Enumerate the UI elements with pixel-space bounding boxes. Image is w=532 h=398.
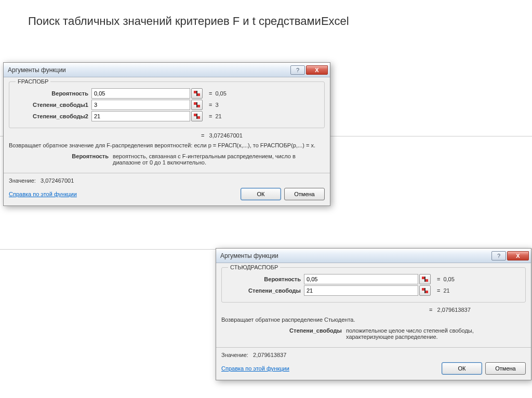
- function-name: FРАСПОБР: [16, 78, 50, 85]
- param-help-text: вероятность, связанная с F-интегральным …: [113, 153, 325, 166]
- arg-label: Степени_свободы1: [14, 102, 91, 108]
- divider: [4, 173, 330, 173]
- arg-label: Вероятность: [14, 90, 91, 97]
- result-line: = 3,072467001: [9, 132, 325, 139]
- equals-label: =: [209, 113, 212, 119]
- arg-label: Степени_свободы: [226, 287, 304, 294]
- dialog-body: СТЬЮДРАСПОБР Вероятность = 0,05 Степени_…: [216, 263, 531, 380]
- arg-eval: 0,05: [215, 90, 226, 97]
- df1-input[interactable]: [91, 100, 190, 110]
- refedit-icon: [194, 102, 200, 107]
- refedit-button[interactable]: [419, 274, 431, 284]
- help-icon[interactable]: ?: [491, 251, 506, 260]
- arguments-group: FРАСПОБР Вероятность = 0,05 Степени_своб…: [9, 81, 325, 128]
- refedit-icon: [422, 288, 428, 293]
- arg-eval: 0,05: [443, 276, 454, 282]
- close-icon[interactable]: X: [507, 251, 529, 260]
- df2-input[interactable]: [91, 111, 190, 121]
- arg-row: Вероятность = 0,05: [14, 88, 320, 99]
- titlebar[interactable]: Аргументы функции ? X: [216, 249, 531, 263]
- result-value: 2,079613837: [253, 352, 286, 358]
- refedit-button[interactable]: [191, 111, 203, 121]
- function-arguments-dialog-f: Аргументы функции ? X FРАСПОБР Вероятнос…: [3, 62, 330, 206]
- arg-label: Степени_свободы2: [14, 113, 91, 119]
- equals-label: =: [209, 102, 212, 108]
- help-link[interactable]: Справка по этой функции: [221, 365, 289, 372]
- probability-input[interactable]: [304, 274, 418, 284]
- titlebar-title: Аргументы функции: [8, 66, 289, 74]
- arg-eval: 21: [443, 287, 449, 294]
- titlebar-title: Аргументы функции: [220, 252, 490, 259]
- probability-input[interactable]: [91, 88, 190, 99]
- arg-row: Степени_свободы2 = 21: [14, 111, 320, 121]
- refedit-button[interactable]: [419, 285, 431, 296]
- arg-eval: 3: [215, 102, 218, 108]
- param-help-text: положительное целое число степеней свобо…: [346, 327, 526, 340]
- arg-row: Вероятность = 0,05: [226, 274, 521, 284]
- cancel-button[interactable]: Отмена: [284, 188, 325, 200]
- divider: [216, 347, 531, 348]
- equals-label: =: [209, 90, 212, 97]
- bottom-row: Справка по этой функции ОК Отмена: [9, 188, 325, 200]
- result-line: = 2,079613837: [221, 307, 526, 313]
- parameter-help: Степени_свободы положительное целое числ…: [221, 327, 526, 340]
- refedit-icon: [422, 277, 428, 282]
- dialog-body: FРАСПОБР Вероятность = 0,05 Степени_своб…: [4, 77, 330, 205]
- parameter-help: Вероятность вероятность, связанная с F-и…: [9, 153, 325, 166]
- arg-row: Степени_свободы = 21: [226, 285, 521, 296]
- value-label: Значение:: [9, 177, 36, 184]
- arguments-group: СТЬЮДРАСПОБР Вероятность = 0,05 Степени_…: [221, 267, 526, 303]
- function-description: Возвращает обратное распределение Стьюде…: [221, 316, 526, 323]
- function-name: СТЬЮДРАСПОБР: [228, 264, 280, 270]
- equals-label: =: [201, 132, 204, 139]
- bottom-row: Справка по этой функции ОК Отмена: [221, 362, 526, 375]
- function-description: Возвращает обратное значение для F-распр…: [9, 142, 325, 149]
- inline-result: 3,072467001: [209, 132, 243, 139]
- close-icon[interactable]: X: [306, 65, 328, 75]
- equals-label: =: [429, 307, 432, 313]
- refedit-button[interactable]: [191, 88, 203, 99]
- help-icon[interactable]: ?: [290, 65, 305, 75]
- help-link[interactable]: Справка по этой функции: [9, 191, 77, 197]
- arg-eval: 21: [215, 113, 221, 119]
- page-title: Поиск табличных значений критериев F и t…: [28, 15, 349, 28]
- result-value-row: Значение: 3,072467001: [9, 177, 325, 184]
- param-help-label: Вероятность: [9, 153, 113, 166]
- ok-button[interactable]: ОК: [442, 362, 482, 375]
- param-help-label: Степени_свободы: [221, 327, 346, 340]
- refedit-icon: [194, 91, 200, 96]
- titlebar[interactable]: Аргументы функции ? X: [4, 63, 330, 77]
- ok-button[interactable]: ОК: [241, 188, 281, 200]
- arg-label: Вероятность: [226, 276, 304, 282]
- cancel-button[interactable]: Отмена: [485, 362, 526, 375]
- function-arguments-dialog-t: Аргументы функции ? X СТЬЮДРАСПОБР Вероя…: [216, 248, 531, 380]
- value-label: Значение:: [221, 352, 248, 358]
- refedit-button[interactable]: [191, 100, 203, 110]
- inline-result: 2,079613837: [437, 307, 471, 313]
- equals-label: =: [437, 276, 440, 282]
- refedit-icon: [194, 114, 200, 119]
- equals-label: =: [437, 287, 440, 294]
- df-input[interactable]: [304, 285, 418, 296]
- result-value-row: Значение: 2,079613837: [221, 352, 526, 358]
- result-value: 3,072467001: [41, 177, 74, 184]
- arg-row: Степени_свободы1 = 3: [14, 100, 320, 110]
